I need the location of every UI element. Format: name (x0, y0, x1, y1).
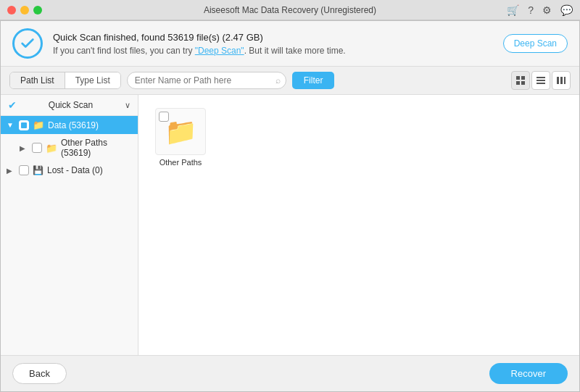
sidebar-item-lost-data[interactable]: ▶ 💾 Lost - Data (0) (1, 162, 138, 179)
file-item-icon-wrap: 📁 (155, 108, 206, 155)
sidebar-item-other-paths-label: Other Paths (53619) (61, 138, 132, 158)
tab-group: Path List Type List (9, 72, 121, 89)
content-area: ✔ Quick Scan ∨ ▼ 📁 Data (53619) ▶ 📁 Othe… (1, 95, 579, 355)
scan-sub-prefix: If you can't find lost files, you can tr… (53, 46, 195, 56)
search-input[interactable] (127, 72, 286, 89)
list-view-button[interactable] (531, 71, 550, 90)
quick-scan-label: Quick Scan (49, 100, 93, 110)
sidebar-item-other-paths[interactable]: ▶ 📁 Other Paths (53619) (1, 134, 138, 162)
sidebar: ✔ Quick Scan ∨ ▼ 📁 Data (53619) ▶ 📁 Othe… (1, 95, 138, 355)
file-folder-icon: 📁 (165, 117, 197, 147)
tab-type-list[interactable]: Type List (65, 72, 120, 88)
scan-result-sub: If you can't find lost files, you can tr… (53, 46, 346, 56)
close-button[interactable] (7, 6, 16, 14)
view-icons (511, 71, 571, 90)
titlebar: Aiseesoft Mac Data Recovery (Unregistere… (0, 0, 580, 20)
svg-rect-1 (521, 76, 525, 80)
quick-scan-chevron-icon: ∨ (125, 101, 130, 110)
search-icon: ⌕ (276, 75, 281, 86)
grid-view: 📁 Other Paths (146, 102, 572, 172)
data-checkbox[interactable] (19, 120, 29, 130)
sidebar-item-lost-data-label: Lost - Data (0) (47, 165, 103, 175)
svg-rect-8 (560, 77, 563, 84)
back-button[interactable]: Back (12, 363, 67, 384)
main-window: Quick Scan finished, found 53619 file(s)… (0, 20, 580, 392)
window-controls (7, 6, 42, 14)
toolbar: Path List Type List ⌕ Filter (1, 67, 579, 95)
scan-header: Quick Scan finished, found 53619 file(s)… (1, 21, 579, 67)
deep-scan-button[interactable]: Deep Scan (503, 34, 568, 53)
detail-view-button[interactable] (552, 71, 571, 90)
cart-icon[interactable]: 🛒 (507, 4, 519, 16)
tab-path-list[interactable]: Path List (10, 72, 65, 88)
filter-button[interactable]: Filter (292, 72, 335, 89)
recover-button[interactable]: Recover (489, 363, 568, 384)
svg-rect-5 (536, 80, 545, 81)
file-item-other-paths[interactable]: 📁 Other Paths (152, 108, 210, 167)
hdd-icon: 💾 (33, 165, 44, 175)
other-paths-checkbox[interactable] (32, 143, 42, 153)
file-item-checkbox[interactable] (159, 112, 169, 122)
lost-data-checkbox[interactable] (19, 165, 29, 175)
sidebar-item-data[interactable]: ▼ 📁 Data (53619) (1, 116, 138, 134)
svg-rect-6 (536, 83, 545, 84)
folder-icon: 📁 (33, 120, 44, 130)
check-circle-icon (12, 28, 43, 59)
lost-data-expand-icon: ▶ (7, 167, 15, 175)
checkbox-inner (21, 122, 27, 128)
svg-rect-0 (516, 76, 520, 80)
svg-rect-9 (564, 77, 566, 84)
footer: Back Recover (1, 355, 579, 391)
deep-scan-link[interactable]: "Deep Scan" (195, 46, 244, 56)
svg-rect-4 (536, 77, 545, 78)
scan-result-info: Quick Scan finished, found 53619 file(s)… (12, 28, 346, 59)
chat-icon[interactable]: 💬 (560, 4, 573, 16)
svg-rect-7 (557, 77, 559, 84)
search-box: ⌕ (127, 72, 286, 89)
scan-result-title: Quick Scan finished, found 53619 file(s)… (53, 32, 346, 43)
question-icon[interactable]: ? (528, 4, 534, 16)
quick-scan-check-icon: ✔ (8, 99, 17, 111)
settings-icon[interactable]: ⚙ (542, 4, 552, 16)
titlebar-icons: 🛒 ? ⚙ 💬 (507, 4, 573, 16)
file-item-label: Other Paths (160, 158, 202, 167)
quick-scan-group[interactable]: ✔ Quick Scan ∨ (1, 95, 138, 116)
maximize-button[interactable] (33, 6, 42, 14)
svg-rect-2 (516, 81, 520, 85)
scan-info: Quick Scan finished, found 53619 file(s)… (53, 32, 346, 56)
minimize-button[interactable] (20, 6, 29, 14)
other-paths-folder-icon: 📁 (46, 143, 57, 154)
scan-sub-suffix: . But it will take more time. (244, 46, 346, 56)
svg-rect-3 (521, 81, 525, 85)
other-paths-expand-icon: ▶ (20, 144, 28, 152)
expand-arrow-icon: ▼ (7, 121, 15, 129)
main-panel: 📁 Other Paths (138, 95, 579, 355)
window-title: Aiseesoft Mac Data Recovery (Unregistere… (204, 5, 376, 15)
grid-view-button[interactable] (511, 71, 530, 90)
sidebar-item-data-label: Data (53619) (48, 120, 99, 130)
